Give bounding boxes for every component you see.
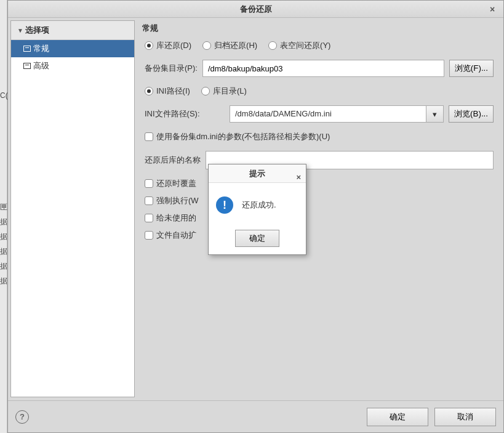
- modal-message: 还原成功.: [242, 200, 276, 211]
- frag-text: 据: [0, 261, 7, 272]
- chevron-down-icon[interactable]: ▾: [426, 105, 444, 123]
- frag-text: 据: [0, 276, 7, 286]
- info-modal: 提示 × ! 还原成功. 确定: [208, 164, 306, 255]
- radio-tablespace-restore[interactable]: 表空间还原(Y): [268, 40, 330, 51]
- auto-extend-checkbox[interactable]: 文件自动扩: [145, 230, 196, 241]
- ini-path-combo[interactable]: /dm8/data/DAMENG/dm.ini ▾: [230, 105, 444, 123]
- background-panel-fragment: C( 匣 据 据 据 据 据: [0, 0, 7, 433]
- page-icon: [23, 63, 31, 69]
- path-type-radio-group: INI路径(I) 库目录(L): [145, 86, 247, 97]
- radio-label: INI路径(I): [156, 86, 190, 97]
- ini-path-label: INI文件路径(S):: [145, 108, 225, 119]
- use-backup-ini-checkbox[interactable]: 使用备份集dm.ini的参数(不包括路径相关参数)(U): [145, 131, 330, 142]
- radio-label: 库目录(L): [213, 86, 247, 97]
- modal-titlebar: 提示 ×: [209, 164, 306, 183]
- dialog-button-bar: ? 确定 取消: [8, 400, 503, 432]
- modal-title-text: 提示: [249, 169, 265, 178]
- frag-text: 据: [0, 246, 7, 257]
- dialog-titlebar: 备份还原 ×: [8, 1, 503, 18]
- frag-text: 据: [0, 232, 7, 242]
- checkbox-icon: [145, 196, 153, 205]
- cancel-button[interactable]: 取消: [434, 408, 496, 426]
- frag-text: 匣: [0, 202, 7, 212]
- sidebar-item-advanced[interactable]: 高级: [11, 57, 134, 75]
- sidebar-item-label: 高级: [33, 60, 49, 71]
- main-panel: 常规 库还原(D) 归档还原(H) 表空: [135, 18, 503, 400]
- close-icon[interactable]: ×: [296, 168, 301, 187]
- dialog-title: 备份还原: [240, 4, 272, 14]
- radio-label: 库还原(D): [156, 40, 191, 51]
- restore-type-radio-group: 库还原(D) 归档还原(H) 表空间还原(Y): [145, 40, 330, 51]
- sidebar-item-label: 常规: [33, 43, 49, 54]
- radio-ini-path[interactable]: INI路径(I): [145, 86, 190, 97]
- radio-label: 表空间还原(Y): [280, 40, 330, 51]
- checkbox-icon: [145, 231, 153, 240]
- ini-path-value[interactable]: /dm8/data/DAMENG/dm.ini: [230, 105, 426, 123]
- radio-icon: [145, 41, 153, 50]
- restore-db-name-label: 还原后库的名称: [145, 155, 201, 166]
- overwrite-checkbox[interactable]: 还原时覆盖: [145, 178, 196, 189]
- check-label: 给未使用的: [156, 212, 196, 224]
- info-icon: !: [216, 196, 233, 214]
- frag-text: 据: [0, 217, 7, 227]
- browse-backup-dir-button[interactable]: 浏览(F)...: [449, 60, 494, 77]
- radio-archive-restore[interactable]: 归档还原(H): [202, 40, 257, 51]
- checkbox-icon: [145, 132, 153, 141]
- radio-db-restore[interactable]: 库还原(D): [145, 40, 191, 51]
- sidebar-header[interactable]: 选择项: [11, 21, 134, 40]
- force-exec-checkbox[interactable]: 强制执行(W: [145, 195, 199, 206]
- check-label: 文件自动扩: [156, 230, 196, 241]
- check-label: 使用备份集dm.ini的参数(不包括路径相关参数)(U): [156, 131, 330, 142]
- backup-dir-label: 备份集目录(P):: [145, 63, 198, 74]
- backup-dir-input[interactable]: [202, 60, 444, 77]
- radio-icon: [145, 87, 153, 95]
- checkbox-icon: [145, 179, 153, 188]
- sidebar-item-general[interactable]: 常规: [11, 40, 134, 57]
- help-icon[interactable]: ?: [15, 410, 29, 424]
- radio-db-dir[interactable]: 库目录(L): [201, 86, 247, 97]
- radio-icon: [268, 41, 277, 50]
- browse-ini-path-button[interactable]: 浏览(B)...: [449, 105, 494, 123]
- checkbox-icon: [145, 214, 153, 222]
- frag-text: C(: [0, 91, 8, 100]
- radio-label: 归档还原(H): [214, 40, 257, 51]
- check-label: 还原时覆盖: [156, 178, 196, 189]
- section-title: 常规: [138, 20, 500, 40]
- close-icon[interactable]: ×: [486, 3, 498, 15]
- sidebar: 选择项 常规 高级: [10, 20, 135, 397]
- ok-button[interactable]: 确定: [367, 408, 428, 426]
- check-label: 强制执行(W: [156, 195, 199, 206]
- radio-icon: [201, 87, 210, 95]
- modal-ok-button[interactable]: 确定: [235, 230, 279, 247]
- radio-icon: [202, 41, 211, 50]
- unused-checkbox[interactable]: 给未使用的: [145, 212, 196, 224]
- page-icon: [23, 46, 31, 52]
